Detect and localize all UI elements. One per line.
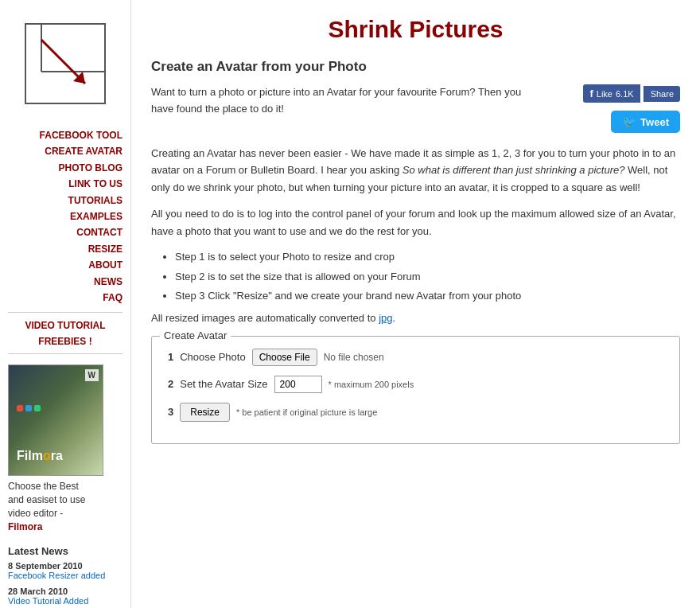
max-note: * maximum 200 pixels [329, 380, 414, 389]
freebies-link[interactable]: FREEBIES ! [38, 336, 91, 347]
tweet-label: Tweet [640, 116, 669, 128]
latest-news-heading: Latest News [8, 545, 122, 557]
sidebar-item-facebook-tool[interactable]: FACEBOOK TOOL [0, 127, 122, 143]
fb-share-button[interactable]: Share [644, 86, 680, 102]
filmora-logo-text: Filmora [17, 449, 63, 463]
sidebar-item-faq[interactable]: FAQ [0, 290, 122, 306]
choose-photo-label: Choose Photo [180, 351, 245, 363]
jpg-note: All resized images are automatically con… [151, 312, 680, 324]
filmora-image[interactable]: W Filmora [8, 364, 103, 476]
video-tutorial-link[interactable]: VIDEO TUTORIAL [25, 320, 105, 331]
sidebar-item-contact[interactable]: CONTACT [0, 224, 122, 240]
create-avatar-form: Create Avatar 1 Choose Photo Choose File… [151, 336, 680, 444]
sidebar: FACEBOOK TOOL CREATE AVATAR PHOTO BLOG L… [0, 0, 131, 608]
sidebar-item-photo-blog[interactable]: PHOTO BLOG [0, 160, 122, 176]
form-legend: Create Avatar [160, 329, 231, 341]
fb-icon: f [589, 88, 593, 99]
steps-list: Step 1 is to select your Photo to resize… [175, 249, 680, 304]
filmora-brand: Filmora [8, 521, 42, 532]
news-text-2: Video Tutorial Added [8, 596, 122, 606]
filmora-icons [17, 405, 41, 411]
sidebar-item-create-avatar[interactable]: CREATE AVATAR [0, 143, 122, 159]
news-link-2[interactable]: Video Tutorial Added [8, 596, 88, 606]
no-file-text: No file chosen [324, 352, 384, 363]
freebies-link-wrapper: FREEBIES ! [0, 335, 130, 347]
news-item-2: 28 March 2010 Video Tutorial Added [8, 587, 122, 606]
fb-count: 6.1K [616, 89, 634, 99]
twitter-icon: 🐦 [622, 115, 636, 128]
page-title: Shrink Pictures [151, 16, 680, 43]
news-date-2: 28 March 2010 [8, 587, 122, 596]
filmora-watermark: W [85, 369, 99, 381]
size-input[interactable] [274, 376, 322, 393]
latest-news-section: Latest News 8 September 2010 Facebook Re… [0, 541, 130, 608]
main-content: Shrink Pictures Create an Avatar from yo… [131, 0, 700, 608]
form-row-choose-photo: 1 Choose Photo Choose File No file chose… [168, 349, 663, 366]
sidebar-item-examples[interactable]: EXAMPLES [0, 209, 122, 224]
fb-like-button[interactable]: f Like 6.1K [583, 84, 640, 103]
sidebar-item-link-to-us[interactable]: LINK TO US [0, 176, 122, 192]
jpg-link[interactable]: jpg [379, 312, 392, 324]
form-row-resize: 3 Resize * be patient if original pictur… [168, 403, 663, 422]
step2-num: 2 [168, 378, 173, 390]
fb-like-wrapper: f Like 6.1K Share [583, 84, 680, 103]
set-size-label: Set the Avatar Size [180, 378, 267, 390]
intro-block: Want to turn a photo or picture into an … [151, 84, 680, 133]
step1-num: 1 [168, 351, 173, 363]
step-3: Step 3 Click "Resize" and we create your… [175, 288, 680, 304]
form-row-set-size: 2 Set the Avatar Size * maximum 200 pixe… [168, 376, 663, 393]
step-1: Step 1 is to select your Photo to resize… [175, 249, 680, 265]
logo-area [10, 16, 121, 119]
step-2: Step 2 is to set the size that is allowe… [175, 269, 680, 285]
body-paragraph-2: All you need to do is to log into the co… [151, 205, 680, 240]
video-tutorial-link-wrapper: VIDEO TUTORIAL [0, 319, 130, 331]
fb-like-label: Like [597, 89, 612, 99]
news-date-1: 8 September 2010 [8, 561, 122, 571]
sidebar-item-about[interactable]: ABOUT [0, 257, 122, 273]
intro-paragraph: Want to turn a photo or picture into an … [151, 84, 545, 118]
sidebar-item-resize[interactable]: RESIZE [0, 241, 122, 257]
news-text-1: Facebook Resizer added [8, 571, 122, 580]
tweet-button[interactable]: 🐦 Tweet [611, 111, 680, 133]
filmora-caption: Choose the Best and easiset to use video… [8, 480, 122, 533]
step3-num: 3 [168, 406, 173, 418]
logo-icon [10, 16, 121, 119]
sidebar-item-news[interactable]: NEWS [0, 274, 122, 290]
sidebar-nav: FACEBOOK TOOL CREATE AVATAR PHOTO BLOG L… [0, 127, 130, 306]
resize-button[interactable]: Resize [180, 403, 230, 422]
patient-note: * be patient if original picture is larg… [236, 407, 377, 417]
news-item-1: 8 September 2010 Facebook Resizer added [8, 561, 122, 580]
section-title: Create an Avatar from your Photo [151, 59, 680, 75]
body-paragraph-1: Creating an Avatar has never been easier… [151, 145, 680, 196]
promo-divider [8, 353, 122, 354]
filmora-promo: W Filmora Choose the Best and easiset to… [0, 361, 130, 537]
sidebar-item-tutorials[interactable]: TUTORIALS [0, 193, 122, 209]
choose-file-button[interactable]: Choose File [252, 349, 317, 366]
social-buttons: f Like 6.1K Share 🐦 Tweet [561, 84, 680, 133]
nav-divider [8, 312, 122, 313]
